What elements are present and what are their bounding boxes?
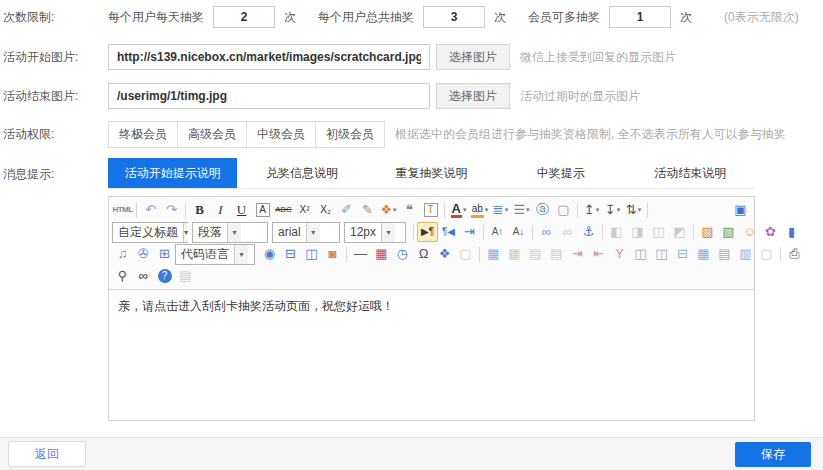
select-all-icon[interactable]: ⓐ xyxy=(532,200,553,220)
rtl-icon[interactable]: ¶◀ xyxy=(438,222,459,242)
delete-col-icon[interactable]: ⇤ xyxy=(588,244,609,264)
delete-col-icon-glyph: ⇤ xyxy=(593,244,604,264)
end-image-choose-button[interactable]: 选择图片 xyxy=(436,83,510,109)
insert-row-icon[interactable]: ▤ xyxy=(546,244,567,264)
insert-col-icon[interactable]: ⇥ xyxy=(567,244,588,264)
redo-icon[interactable]: ↷ xyxy=(161,200,182,220)
font-color-icon[interactable]: A▾ xyxy=(448,200,469,220)
code-language-select[interactable]: 代码语言▾ xyxy=(175,244,255,265)
insert-table-icon-glyph: ▦ xyxy=(487,244,499,264)
paragraph-select[interactable]: 段落▾ xyxy=(192,222,268,243)
img-left-icon[interactable]: ◧ xyxy=(606,222,627,242)
music-icon[interactable]: ♫ xyxy=(112,244,133,264)
special-chars-icon[interactable]: Ω xyxy=(413,244,434,264)
delete-table-icon[interactable]: ▦ xyxy=(504,244,525,264)
font-down-icon[interactable]: A↓ xyxy=(508,222,529,242)
insert-table-icon[interactable]: ▦ xyxy=(483,244,504,264)
video-icon[interactable]: ▮ xyxy=(781,222,802,242)
unlink-icon[interactable]: ∞ xyxy=(557,222,578,242)
undo-icon[interactable]: ↶ xyxy=(140,200,161,220)
paste-text-icon[interactable]: T xyxy=(420,200,441,220)
underline-icon[interactable]: U xyxy=(231,200,252,220)
help-icon[interactable]: ? xyxy=(154,266,175,286)
para-before-space-icon[interactable]: ↥▾ xyxy=(581,200,602,220)
map-icon[interactable]: ◉ xyxy=(259,244,280,264)
image-icon[interactable]: ▧ xyxy=(697,222,718,242)
editor-content[interactable]: 亲，请点击进入刮刮卡抽奖活动页面，祝您好运哦！ xyxy=(109,290,754,420)
snapscreen-icon[interactable]: ◙ xyxy=(322,244,343,264)
hr-icon[interactable]: — xyxy=(350,244,371,264)
search-replace-icon[interactable]: ∞ xyxy=(133,266,154,286)
split-row-icon[interactable]: ▤ xyxy=(714,244,735,264)
new-doc-icon[interactable]: ▢ xyxy=(553,200,574,220)
member-group-button-2[interactable]: 中级会员 xyxy=(246,121,316,148)
columns-icon[interactable]: ◫ xyxy=(301,244,322,264)
print-icon[interactable]: ⎙ xyxy=(784,244,805,264)
time-icon[interactable]: ◷ xyxy=(392,244,413,264)
start-image-input[interactable] xyxy=(108,44,430,70)
split-col-icon[interactable]: ▥ xyxy=(735,244,756,264)
font-family-select[interactable]: arial▾ xyxy=(272,222,340,243)
merge-cells-icon[interactable]: ◫ xyxy=(630,244,651,264)
image-manager-icon[interactable]: ▧ xyxy=(718,222,739,242)
italic-icon[interactable]: I xyxy=(210,200,231,220)
background-icon[interactable]: ▢ xyxy=(455,244,476,264)
ordered-list-icon[interactable]: ≣▾ xyxy=(490,200,511,220)
delete-row-icon[interactable]: Y xyxy=(609,244,630,264)
eraser-icon[interactable]: ✐ xyxy=(336,200,357,220)
unordered-list-icon[interactable]: ☰▾ xyxy=(511,200,532,220)
img-center-icon[interactable]: ◫ xyxy=(648,222,669,242)
message-tab-0[interactable]: 活动开始提示说明 xyxy=(108,158,237,188)
member-group-button-0[interactable]: 终极会员 xyxy=(108,121,178,148)
para-after-space-icon[interactable]: ↧▾ xyxy=(602,200,623,220)
format-painter-icon[interactable]: ✎ xyxy=(357,200,378,220)
ltr-icon[interactable]: ▶¶ xyxy=(417,222,438,242)
date-icon[interactable]: ▦ xyxy=(371,244,392,264)
scrawl-icon[interactable]: ✿ xyxy=(760,222,781,242)
template-icon[interactable]: ❖ xyxy=(434,244,455,264)
font-up-icon[interactable]: A↑ xyxy=(487,222,508,242)
pagebreak-icon[interactable]: ⊟ xyxy=(280,244,301,264)
superscript-icon[interactable]: X² xyxy=(294,200,315,220)
subscript-icon[interactable]: X₂ xyxy=(315,200,336,220)
table-title-icon[interactable]: ▤ xyxy=(525,244,546,264)
back-button[interactable]: 返回 xyxy=(8,441,86,467)
end-image-input[interactable] xyxy=(108,83,430,109)
font-size-select[interactable]: 12px▾ xyxy=(344,222,406,243)
attachment-icon[interactable]: ✇ xyxy=(133,244,154,264)
anchor-icon[interactable]: ⚓ xyxy=(578,222,599,242)
limit-input-0[interactable] xyxy=(213,6,275,28)
member-group-button-1[interactable]: 高级会员 xyxy=(177,121,247,148)
limit-input-2[interactable] xyxy=(609,6,671,28)
doc-icon[interactable]: ▢ xyxy=(756,244,777,264)
fullscreen-icon[interactable]: ▣ xyxy=(730,200,751,220)
save-button[interactable]: 保存 xyxy=(735,442,811,467)
preview-icon[interactable]: ⚲ xyxy=(112,266,133,286)
emotion-icon[interactable]: ☺ xyxy=(739,222,760,242)
insert-frame-icon[interactable]: ⊞ xyxy=(154,244,175,264)
start-image-choose-button[interactable]: 选择图片 xyxy=(436,44,510,70)
member-group-button-3[interactable]: 初级会员 xyxy=(315,121,385,148)
message-tab-1[interactable]: 兑奖信息说明 xyxy=(237,158,366,188)
bold-icon[interactable]: B xyxy=(189,200,210,220)
blockquote-icon[interactable]: ❝ xyxy=(399,200,420,220)
message-tab-3[interactable]: 中奖提示 xyxy=(496,158,625,188)
auto-typeset-icon[interactable]: ❖▾ xyxy=(378,200,399,220)
link-icon[interactable]: ∞ xyxy=(536,222,557,242)
highlight-color-icon[interactable]: ab▾ xyxy=(469,200,490,220)
indent-icon[interactable]: ⇥ xyxy=(459,222,480,242)
custom-title-select[interactable]: 自定义标题▾ xyxy=(112,222,188,243)
message-tab-2[interactable]: 重复抽奖说明 xyxy=(367,158,496,188)
merge-right-icon[interactable]: ◫ xyxy=(651,244,672,264)
paste-icon[interactable]: ▤ xyxy=(175,266,196,286)
message-tab-4[interactable]: 活动结束说明 xyxy=(626,158,755,188)
source-icon[interactable]: HTML xyxy=(112,200,133,220)
merge-down-icon[interactable]: ⊟ xyxy=(672,244,693,264)
limit-input-1[interactable] xyxy=(423,6,485,28)
strikethrough-icon[interactable]: ABC xyxy=(273,200,294,220)
img-right-icon[interactable]: ◩ xyxy=(669,222,690,242)
line-height-icon[interactable]: ⇅▾ xyxy=(623,200,644,220)
split-cells-icon[interactable]: ▦ xyxy=(693,244,714,264)
font-border-icon[interactable]: A xyxy=(252,200,273,220)
img-inline-icon[interactable]: ◨ xyxy=(627,222,648,242)
